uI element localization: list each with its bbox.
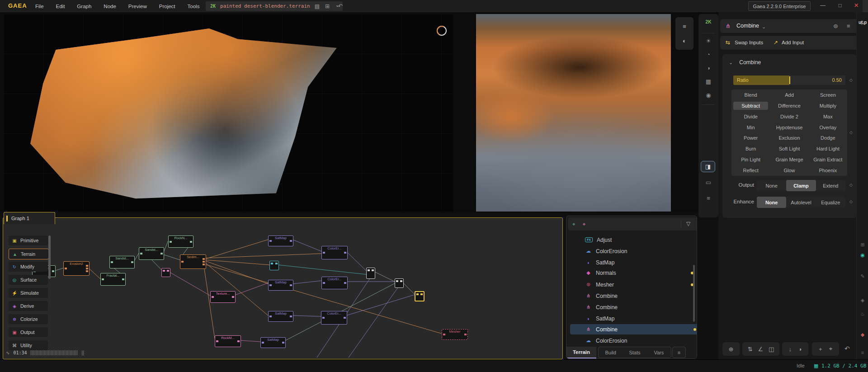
add-input-button[interactable]: Add Input: [782, 40, 804, 45]
category-simulate[interactable]: ⚡Simulate: [9, 288, 48, 298]
panel-grid-icon[interactable]: ⊞: [857, 242, 868, 248]
strip-menu-icon[interactable]: ≡: [857, 350, 868, 355]
pin-down-icon[interactable]: ↓: [789, 346, 792, 353]
viewport-menu-icon[interactable]: ≡: [683, 23, 686, 30]
node-list-item-combine[interactable]: ⋔Combine: [573, 291, 697, 301]
node-list-item-satmap[interactable]: ◗SatMap: [573, 313, 697, 324]
tab-stats[interactable]: Stats: [623, 347, 646, 358]
grid-toggle-icon[interactable]: ⣿: [81, 350, 85, 355]
blend-mode-grain-merge[interactable]: Grain Merge: [772, 155, 807, 164]
graph-node-mini[interactable]: [161, 268, 170, 277]
enhance-option-autolevel[interactable]: Autolevel: [786, 197, 816, 208]
blend-mode-max[interactable]: Max: [811, 113, 845, 121]
focus-node-icon[interactable]: ⌖: [583, 221, 586, 227]
blend-mode-divide[interactable]: Divide: [733, 113, 768, 121]
blend-mode-blend[interactable]: Blend: [733, 91, 768, 99]
output-option-clamp[interactable]: Clamp: [786, 180, 816, 191]
category-derive[interactable]: ◈Derive: [9, 301, 48, 311]
graph-node-texture[interactable]: Texture...: [210, 291, 236, 303]
sun-icon[interactable]: ☀: [698, 38, 718, 44]
focus-node-icon[interactable]: ⊚: [833, 23, 838, 29]
viewport-shading-icon[interactable]: ◐: [683, 38, 686, 44]
document-breadcrumb[interactable]: 2K painted desert-blender.terrain ▤⊞◔: [206, 1, 343, 11]
node-menu-icon[interactable]: ≡: [847, 23, 850, 29]
blend-diamond-icon[interactable]: ◇: [849, 130, 853, 135]
add-frame-icon[interactable]: ⊕: [729, 346, 734, 353]
menu-node[interactable]: Node: [104, 4, 116, 9]
blend-mode-hard-light[interactable]: Hard Light: [811, 145, 845, 153]
blend-mode-difference[interactable]: Difference: [772, 102, 807, 110]
timeline-barcode[interactable]: [31, 350, 78, 355]
section-header[interactable]: ⌄ Combine: [729, 59, 761, 66]
category-modify[interactable]: ↻Modify: [9, 262, 48, 272]
menu-graph[interactable]: Graph: [77, 4, 91, 9]
graph-node-sandst[interactable]: Sandst...: [109, 256, 135, 268]
output-option-extend[interactable]: Extend: [816, 180, 845, 191]
graph-node-rockm[interactable]: RockM...: [215, 335, 241, 347]
graph-node-satmap[interactable]: SatMap: [268, 311, 293, 322]
blend-mode-dodge[interactable]: Dodge: [811, 134, 845, 142]
blend-mode-hypotenuse[interactable]: Hypotenuse: [772, 123, 807, 132]
graph-node-sandst[interactable]: Sandst...: [139, 247, 164, 260]
graph-node-rockn[interactable]: RockN...: [168, 235, 193, 248]
contrast-icon[interactable]: ◑: [698, 65, 718, 71]
swap-inputs-button[interactable]: Swap Inputs: [735, 40, 763, 45]
graph-node-mini[interactable]: [395, 278, 404, 288]
blend-mode-screen[interactable]: Screen: [811, 91, 845, 99]
node-list-item-mesher[interactable]: ⊛Mesher: [573, 279, 697, 290]
tab-vars[interactable]: Vars: [647, 347, 671, 358]
output-option-none[interactable]: None: [757, 180, 786, 191]
columns-icon[interactable]: ◫: [769, 346, 774, 353]
blend-mode-min[interactable]: Min: [733, 123, 768, 132]
graph-node-colorer[interactable]: ColorEr...: [321, 277, 348, 289]
graph-node-mini[interactable]: [269, 261, 279, 270]
menu-project[interactable]: Project: [159, 4, 175, 9]
menu-edit[interactable]: Edit: [56, 4, 65, 9]
category-scrollbar[interactable]: [48, 235, 51, 279]
blend-mode-overlay[interactable]: Overlay: [811, 123, 845, 132]
blend-mode-divide-2[interactable]: Divide 2: [772, 113, 807, 121]
graph-node-satmap[interactable]: SatMap: [260, 337, 286, 348]
graph-node-mini[interactable]: [366, 268, 375, 279]
graph-node-fractal[interactable]: Fractal...: [100, 273, 126, 286]
undo-icon[interactable]: ↶: [338, 3, 343, 9]
blend-mode-grain-extract[interactable]: Grain Extract: [811, 155, 845, 164]
enhance-option-equalize[interactable]: Equalize: [816, 197, 845, 208]
title-caret-icon[interactable]: ⌄: [762, 24, 766, 30]
filter-icon[interactable]: ▽: [686, 221, 690, 227]
graph-node-colorer[interactable]: ColorEr...: [321, 246, 348, 259]
graph-node-satmap[interactable]: SatMap: [268, 235, 293, 246]
blend-mode-reflect[interactable]: Reflect: [733, 166, 768, 174]
graph-node-satmap[interactable]: SatMap: [268, 280, 293, 291]
category-terrain[interactable]: ▲Terrain: [9, 249, 49, 259]
category-output[interactable]: ▣Output: [9, 327, 48, 337]
angle-icon[interactable]: ∠: [758, 346, 763, 353]
split-view-button[interactable]: ◨: [701, 161, 715, 172]
node-list-item-combine[interactable]: ⋔Combine: [573, 302, 697, 312]
menu-file[interactable]: File: [35, 4, 44, 9]
graph-node-mesher[interactable]: Mesher: [442, 329, 468, 340]
node-list-item-combine[interactable]: ⋔Combine: [570, 324, 697, 334]
crosshair-icon[interactable]: +: [819, 346, 822, 353]
viewport-3d[interactable]: [4, 14, 453, 212]
filmstrip-icon[interactable]: ▭: [698, 179, 718, 186]
paint-icon[interactable]: ◆: [857, 332, 868, 338]
graph-node-sedim[interactable]: Sedim...: [180, 254, 206, 269]
node-list-item-colorerosion[interactable]: ☁ColorErosion: [573, 246, 697, 256]
annotate-icon[interactable]: ✎: [857, 273, 868, 279]
active-dot-icon[interactable]: ◉: [857, 252, 868, 258]
tab-build[interactable]: Build: [599, 347, 623, 358]
blend-mode-glow[interactable]: Glow: [772, 166, 807, 174]
graph-node-mini[interactable]: [415, 291, 425, 301]
focus-selected-icon[interactable]: ⌖: [572, 221, 576, 227]
category-surface[interactable]: ◎Surface: [9, 275, 48, 285]
ratio-diamond-icon[interactable]: ◇: [849, 78, 853, 82]
blend-mode-soft-light[interactable]: Soft Light: [772, 145, 807, 153]
menu-preview[interactable]: Preview: [128, 4, 147, 9]
blend-mode-multiply[interactable]: Multiply: [811, 102, 845, 110]
node-list-item-colorerosion[interactable]: ☁ColorErosion: [573, 335, 697, 346]
simulate-icon[interactable]: ♨: [857, 311, 868, 317]
blend-mode-exclusion[interactable]: Exclusion: [772, 134, 807, 142]
save-icon[interactable]: ▤: [315, 4, 320, 9]
node-list-item-normals[interactable]: ◆Normals: [573, 268, 697, 278]
